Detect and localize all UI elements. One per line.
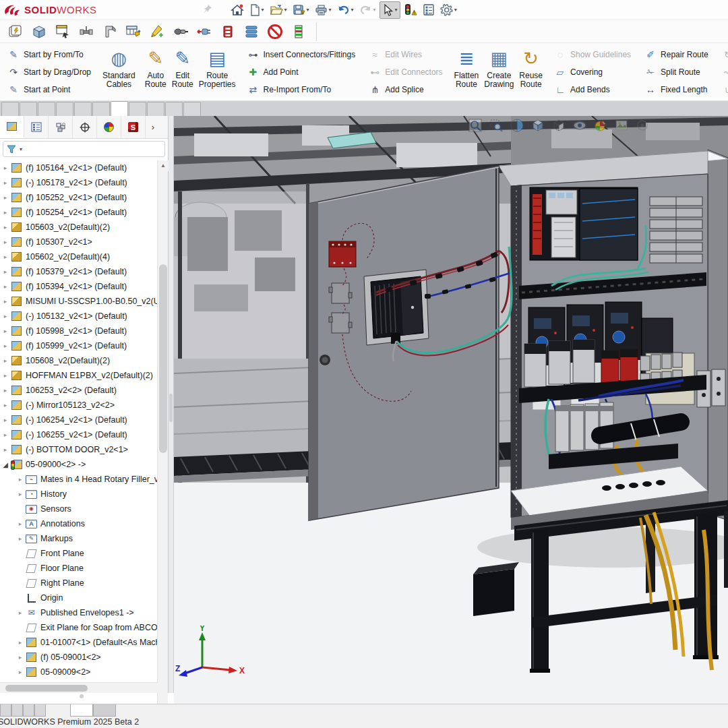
menu-file[interactable] xyxy=(107,7,121,13)
model-scene[interactable] xyxy=(174,116,728,704)
tree-item[interactable]: Floor Plane xyxy=(0,561,158,576)
tab-sketch[interactable] xyxy=(38,102,55,116)
redo-button[interactable]: ▾ xyxy=(357,1,378,19)
tree-item[interactable]: ▸ 05-09009<2> xyxy=(0,665,158,679)
auto-route-button[interactable]: ✎ Auto Route xyxy=(142,44,169,99)
scroll-up-icon[interactable]: ▲ xyxy=(158,160,169,171)
print-button[interactable]: ▾ xyxy=(313,1,334,19)
tree-item[interactable]: ▸ (f) 105998_v2<1> (Default) xyxy=(0,324,158,338)
sheet-first-button[interactable] xyxy=(0,704,11,717)
start-at-point-button[interactable]: ✎Start at Point xyxy=(3,81,96,98)
panel-tabs-overflow-button[interactable]: › xyxy=(146,116,160,138)
view-orientation-icon[interactable] xyxy=(530,118,545,133)
show-guidelines-button[interactable]: ◌Show Guidelines xyxy=(549,46,636,63)
tree-item[interactable]: ▸ (-) 106255_v2<1> (Default) xyxy=(0,427,158,442)
tree-item[interactable]: ▸ (-) 106254_v2<1> (Default) xyxy=(0,413,158,427)
tree-expand-arrow[interactable]: ▸ xyxy=(0,194,11,201)
save-button[interactable]: ! ▾ xyxy=(291,1,311,19)
add-bends-button[interactable]: ∟Add Bends xyxy=(549,81,636,98)
open-document-button[interactable]: ▾ xyxy=(268,1,289,19)
door-pcb-controller[interactable] xyxy=(364,270,429,345)
door-relay[interactable] xyxy=(329,241,356,267)
tab-assembly[interactable] xyxy=(1,102,19,116)
tree-expand-arrow[interactable]: ▸ xyxy=(15,639,26,646)
batch-stack-icon[interactable] xyxy=(7,23,24,40)
tree-expand-arrow[interactable]: ▸ xyxy=(15,520,26,527)
no-entry-icon[interactable] xyxy=(266,23,284,40)
panel-splitter[interactable] xyxy=(169,116,174,693)
tree-item[interactable]: Front Plane xyxy=(0,546,158,561)
tree-expand-arrow[interactable]: ▸ xyxy=(0,224,11,231)
view-settings-icon[interactable] xyxy=(635,118,650,133)
tree-item[interactable]: ▸ (f) 05-09001<2> xyxy=(0,650,158,665)
plc-rack[interactable] xyxy=(530,187,638,260)
options-list-icon[interactable] xyxy=(421,1,437,19)
tab-display-manager[interactable] xyxy=(97,116,121,138)
tree-expand-arrow[interactable]: ▸ xyxy=(0,298,11,305)
menu-view[interactable] xyxy=(136,7,151,13)
tree-horizontal-scrollbar[interactable] xyxy=(0,682,158,693)
tab-solidworks-electrical-3d[interactable] xyxy=(183,102,201,116)
sketch-pencil-icon[interactable] xyxy=(148,23,166,40)
tree-expand-arrow[interactable]: ▸ xyxy=(15,669,26,675)
clamp-mate-icon[interactable] xyxy=(78,23,95,40)
tree-filter[interactable]: ▾ xyxy=(3,141,165,157)
tab-layout[interactable] xyxy=(20,102,37,116)
tree-expand-arrow[interactable]: ▸ xyxy=(0,283,11,290)
pack-and-go-icon[interactable] xyxy=(30,23,48,40)
home-button[interactable] xyxy=(229,1,246,19)
layers-stack-icon[interactable] xyxy=(243,23,260,40)
create-drawing-button[interactable]: ▦ Create Drawing xyxy=(481,44,516,99)
contactors[interactable] xyxy=(524,340,595,387)
tree-item[interactable]: ▸ 105608_v2(Default)(2) xyxy=(0,353,158,368)
tree-item[interactable]: Exit Plane for Soap from ABCO A xyxy=(0,620,158,635)
tree-item[interactable]: ▸ (-) 105132_v2<1> (Default) xyxy=(0,309,158,324)
edit-route-button[interactable]: ✎ Edit Route xyxy=(169,44,196,99)
tree-item[interactable]: ▸ HOFFMAN E1PBX_v2(Default)(2) xyxy=(0,368,158,383)
tree-item[interactable]: ▸ Published Envelopes1 -> xyxy=(0,605,158,620)
start-by-fromto-button[interactable]: ✎Start by From/To xyxy=(3,46,96,63)
tree-expand-arrow[interactable]: ▸ xyxy=(0,342,11,349)
tree-expand-arrow[interactable]: ▸ xyxy=(0,179,11,186)
tree-item[interactable]: ▸ (f) 105307_v2<1> xyxy=(0,235,158,249)
reuse-route-button[interactable]: ↻ Reuse Route xyxy=(516,44,545,99)
rotate-clip-button[interactable]: ↻Rotate C xyxy=(717,46,728,63)
new-document-button[interactable]: ▾ xyxy=(247,1,266,19)
tree-item[interactable]: ▸ 01-01007<1> (Default<As Machi xyxy=(0,635,158,650)
menu-tools[interactable] xyxy=(166,7,181,13)
edit-appearance-icon[interactable] xyxy=(593,118,608,133)
cabinet-door[interactable] xyxy=(309,166,512,520)
add-splice-button[interactable]: ⋔Add Splice xyxy=(364,81,447,98)
tab-evaluate[interactable] xyxy=(74,102,92,116)
tree-expand-arrow[interactable]: ▸ xyxy=(0,268,11,275)
settings-gear-icon[interactable]: ▾ xyxy=(438,1,459,19)
tree-expand-arrow[interactable]: ▸ xyxy=(15,535,26,542)
tree-item[interactable]: ▸ Markups xyxy=(0,531,158,546)
tree-expand-arrow[interactable]: ▸ xyxy=(0,239,11,245)
menu-insert[interactable] xyxy=(151,7,166,13)
tab-piping[interactable] xyxy=(129,102,146,116)
zoom-to-fit-icon[interactable] xyxy=(468,118,483,133)
tree-item[interactable]: Sensors xyxy=(0,502,158,516)
zoom-to-area-icon[interactable] xyxy=(489,118,504,133)
din-rail-icon[interactable] xyxy=(290,23,307,40)
sheet-last-button[interactable] xyxy=(34,704,46,717)
tree-item[interactable]: ▸ 105602_v2(Default)(4) xyxy=(0,249,158,264)
split-route-button[interactable]: ✁Split Route xyxy=(640,63,713,81)
stand-foot-block[interactable] xyxy=(473,562,519,616)
hide-show-items-icon[interactable] xyxy=(572,118,587,133)
select-tool-button[interactable]: ▾ xyxy=(380,1,400,19)
tree-item[interactable]: Right Plane xyxy=(0,576,158,590)
menu-window[interactable] xyxy=(181,7,195,13)
tree-item[interactable]: ▸ (f) 105164_v2<1> (Default) xyxy=(0,160,158,175)
tree-item[interactable]: ▸ History xyxy=(0,487,158,502)
tree-expand-arrow[interactable]: ▸ xyxy=(0,446,11,453)
tree-item[interactable]: ▸ (f) 105254_v2<1> (Default) xyxy=(0,205,158,220)
3d-viewport[interactable]: Y X Z xyxy=(174,116,728,704)
panel-collapse-handle[interactable] xyxy=(80,694,84,698)
export-window-icon[interactable] xyxy=(54,23,71,40)
tree-item[interactable]: ▸ MISUMI U-SSCSP1.00-B0.50_v2(U-SSC xyxy=(0,294,158,309)
menu-edit[interactable] xyxy=(121,7,136,13)
sheet-next-button[interactable] xyxy=(23,704,34,717)
tree-item[interactable]: ▸ Annotations xyxy=(0,516,158,531)
